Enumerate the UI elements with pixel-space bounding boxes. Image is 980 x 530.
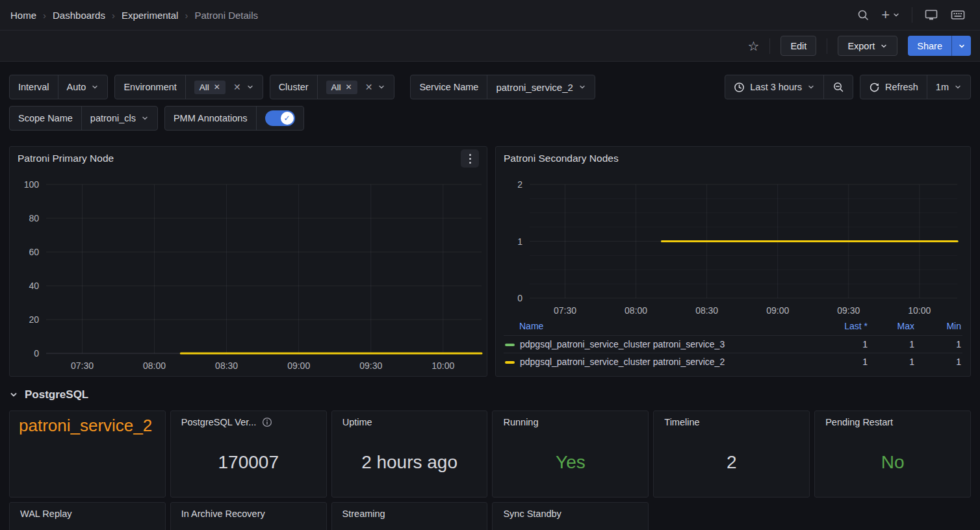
stat-title[interactable]: WAL Replay [20, 509, 72, 519]
stat-value: No [815, 411, 970, 497]
chart-legend-table: Name Last * Max Min pdpgsql_patroni_serv… [496, 318, 970, 370]
chip-close-icon[interactable]: ✕ [346, 82, 352, 92]
share-menu-button[interactable] [951, 36, 971, 56]
svg-text:08:30: 08:30 [215, 360, 238, 371]
svg-text:09:00: 09:00 [766, 305, 789, 316]
refresh-button[interactable]: Refresh [860, 75, 927, 99]
top-nav-bar: Home › Dashboards › Experimental › Patro… [0, 0, 980, 31]
breadcrumb: Home › Dashboards › Experimental › Patro… [10, 10, 258, 21]
panel-title[interactable]: Patroni Secondary Nodes [504, 153, 619, 164]
legend-header-max[interactable]: Max [869, 318, 916, 336]
export-button[interactable]: Export [838, 36, 897, 56]
svg-text:40: 40 [29, 281, 39, 291]
breadcrumb-current-page: Patroni Details [194, 10, 258, 21]
chevron-down-icon [807, 83, 815, 91]
chevron-down-icon [141, 114, 149, 122]
cluster-filter: Cluster All ✕ ✕ [270, 75, 395, 99]
interval-select[interactable]: Auto [58, 75, 108, 99]
series-max: 1 [869, 353, 916, 371]
time-range-value: Last 3 hours [750, 82, 802, 92]
pmm-annotations-toggle[interactable]: ✓ [265, 110, 295, 126]
environment-label: Environment [115, 75, 185, 99]
clear-icon[interactable]: ✕ [233, 82, 241, 92]
time-series-chart-primary[interactable]: 07:3008:0008:3009:0009:3010:000204060801… [10, 170, 487, 379]
svg-text:0: 0 [34, 348, 39, 359]
stat-panel-pending-restart: Pending Restart No [814, 410, 971, 498]
service-name-value: patroni_service_2 [496, 82, 573, 93]
panel-title[interactable]: Patroni Primary Node [18, 153, 114, 164]
service-name-select[interactable]: patroni_service_2 [487, 75, 594, 99]
scope-name-value: patroni_cls [90, 113, 136, 123]
series-color-dash [505, 344, 515, 346]
refresh-picker: Refresh 1m [860, 75, 971, 99]
cluster-chip-all[interactable]: All ✕ [326, 81, 357, 94]
breadcrumb-experimental[interactable]: Experimental [122, 10, 179, 21]
time-range-button[interactable]: Last 3 hours [725, 75, 823, 99]
chevron-down-icon [9, 390, 18, 399]
legend-header-min[interactable]: Min [916, 318, 962, 336]
section-title: PostgreSQL [25, 388, 88, 401]
legend-header-name[interactable]: Name [504, 318, 822, 336]
pmm-annotations-filter: PMM Annotations ✓ [164, 106, 304, 131]
environment-select[interactable]: All ✕ ✕ [185, 75, 263, 99]
chevron-down-icon [880, 42, 888, 50]
stat-panel-running: Running Yes [492, 410, 649, 498]
zoom-out-icon [832, 81, 844, 93]
search-icon[interactable] [857, 8, 870, 21]
edit-button[interactable]: Edit [780, 36, 816, 56]
breadcrumb-separator-icon: › [43, 10, 46, 21]
panel-patroni-secondary-nodes: Patroni Secondary Nodes 07:3008:0008:300… [495, 146, 971, 377]
section-row-postgresql[interactable]: PostgreSQL [9, 385, 88, 405]
zoom-out-button[interactable] [823, 75, 853, 99]
cluster-label: Cluster [270, 75, 317, 99]
scope-name-filter: Scope Name patroni_cls [9, 106, 158, 131]
svg-text:10:00: 10:00 [432, 360, 454, 371]
breadcrumb-home[interactable]: Home [10, 10, 36, 21]
add-new-button[interactable]: + [881, 6, 900, 23]
stat-value: patroni_service_2 [10, 411, 165, 497]
share-button[interactable]: Share [908, 36, 951, 56]
svg-text:09:30: 09:30 [837, 305, 860, 316]
breadcrumb-separator-icon: › [185, 10, 188, 21]
refresh-interval-select[interactable]: 1m [927, 75, 970, 99]
environment-chip-all[interactable]: All ✕ [194, 81, 226, 94]
svg-text:09:30: 09:30 [359, 360, 382, 371]
stat-value: 2 hours ago [332, 411, 487, 497]
stat-value: 170007 [171, 411, 326, 497]
export-button-label: Export [847, 41, 875, 51]
legend-header-last[interactable]: Last * [822, 318, 869, 336]
stat-title[interactable]: In Archive Recovery [181, 509, 265, 519]
legend-row[interactable]: pdpgsql_patroni_service_cluster patroni_… [504, 353, 962, 371]
cluster-select[interactable]: All ✕ ✕ [317, 75, 394, 99]
stat-title[interactable]: Streaming [342, 509, 385, 519]
breadcrumb-dashboards[interactable]: Dashboards [53, 10, 105, 21]
chip-close-icon[interactable]: ✕ [214, 82, 220, 92]
panel-menu-kebab-icon[interactable] [461, 149, 479, 168]
bottom-panels-row: WAL Replay In Archive Recovery Streaming… [9, 502, 649, 530]
chevron-down-icon [958, 42, 966, 50]
interval-filter: Interval Auto [9, 75, 108, 99]
tv-mode-icon[interactable] [924, 8, 938, 21]
stat-panel-postgresql-version: PostgreSQL Ver... 170007 [170, 410, 327, 498]
series-name[interactable]: pdpgsql_patroni_service_cluster patroni_… [520, 339, 725, 349]
refresh-label: Refresh [885, 82, 918, 92]
interval-label: Interval [10, 75, 58, 99]
keyboard-shortcuts-icon[interactable] [950, 8, 966, 21]
clear-icon[interactable]: ✕ [365, 82, 373, 92]
stat-panel-in-archive-recovery: In Archive Recovery [170, 502, 327, 530]
svg-text:08:00: 08:00 [143, 360, 166, 371]
scope-name-select[interactable]: patroni_cls [81, 107, 157, 130]
service-name-filter: Service Name patroni_service_2 [410, 75, 595, 99]
series-color-dash [505, 361, 515, 364]
svg-text:1: 1 [517, 236, 522, 247]
legend-row[interactable]: pdpgsql_patroni_service_cluster patroni_… [504, 336, 962, 353]
series-name[interactable]: pdpgsql_patroni_service_cluster patroni_… [520, 357, 725, 367]
favorite-star-icon[interactable]: ☆ [747, 40, 759, 53]
stats-row: patroni_service_2 PostgreSQL Ver... 1700… [9, 410, 971, 498]
stat-value: Yes [493, 411, 648, 497]
breadcrumb-separator-icon: › [112, 10, 115, 21]
stat-title[interactable]: Sync Standby [503, 509, 561, 519]
svg-text:10:00: 10:00 [908, 305, 931, 316]
time-series-chart-secondary[interactable]: 07:3008:0008:3009:0009:3010:00012 [496, 170, 970, 318]
stat-panel-service-name: patroni_service_2 [9, 410, 166, 498]
